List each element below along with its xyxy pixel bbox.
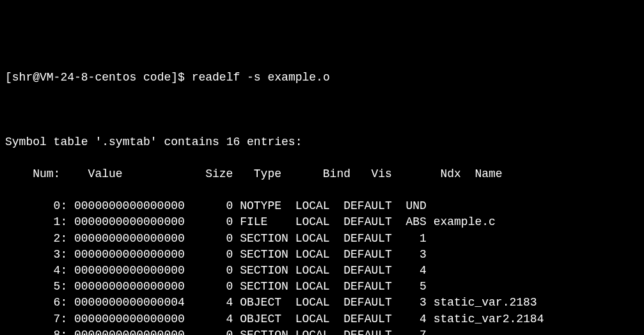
prompt-line: [shr@VM-24-8-centos code]$ readelf -s ex… (5, 70, 639, 86)
cell-value: 0000000000000004 (74, 295, 192, 311)
cell-value: 0000000000000000 (74, 263, 192, 279)
cell-value: 0000000000000000 (74, 198, 192, 214)
cell-bind: LOCAL (295, 263, 344, 279)
cell-num: 4 (5, 263, 60, 279)
cell-size: 0 (192, 279, 233, 295)
cell-value: 0000000000000000 (74, 311, 192, 327)
cell-ndx: UND (399, 198, 427, 214)
cell-value: 0000000000000000 (74, 247, 192, 263)
cell-num: 3 (5, 247, 60, 263)
cell-num: 6 (5, 295, 60, 311)
cell-size: 0 (192, 231, 233, 247)
shell-prompt: [shr@VM-24-8-centos code]$ (5, 70, 192, 86)
cell-value: 0000000000000000 (74, 214, 192, 230)
cell-num: 2 (5, 231, 60, 247)
cell-name: example.c (434, 214, 496, 230)
cell-bind: LOCAL (295, 247, 344, 263)
hdr-bind: Bind (323, 166, 372, 182)
cell-value: 0000000000000000 (74, 231, 192, 247)
hdr-name: Name (475, 166, 502, 182)
cell-vis: DEFAULT (343, 263, 398, 279)
table-row: 0: 00000000000000000 NOTYPELOCALDEFAULTU… (5, 198, 639, 214)
cell-size: 4 (192, 311, 233, 327)
cell-type: SECTION (240, 231, 295, 247)
cell-type: SECTION (240, 247, 295, 263)
table-row: 2: 00000000000000000 SECTIONLOCALDEFAULT… (5, 231, 639, 247)
table-row: 5: 00000000000000000 SECTIONLOCALDEFAULT… (5, 279, 639, 295)
hdr-num: Num: (5, 166, 60, 182)
cell-ndx: 1 (399, 231, 427, 247)
cell-vis: DEFAULT (343, 231, 398, 247)
cell-vis: DEFAULT (343, 311, 398, 327)
cell-bind: LOCAL (295, 231, 344, 247)
cell-type: OBJECT (240, 311, 295, 327)
table-row: 4: 00000000000000000 SECTIONLOCALDEFAULT… (5, 263, 639, 279)
cell-name: static_var.2183 (434, 295, 537, 311)
cell-bind: LOCAL (295, 214, 344, 230)
cell-num: 1 (5, 214, 60, 230)
cell-bind: LOCAL (295, 279, 344, 295)
hdr-value: Value (88, 166, 206, 182)
cell-value: 0000000000000000 (74, 279, 192, 295)
hdr-vis: Vis (371, 166, 426, 182)
cell-bind: LOCAL (295, 198, 344, 214)
cell-vis: DEFAULT (343, 279, 398, 295)
cell-type: SECTION (240, 263, 295, 279)
cell-ndx: 4 (399, 311, 427, 327)
cell-size: 0 (192, 327, 233, 335)
table-row: 3: 00000000000000000 SECTIONLOCALDEFAULT… (5, 247, 639, 263)
cell-type: SECTION (240, 279, 295, 295)
cell-type: OBJECT (240, 295, 295, 311)
cell-type: SECTION (240, 327, 295, 335)
cell-size: 0 (192, 263, 233, 279)
symbol-table-body: 0: 00000000000000000 NOTYPELOCALDEFAULTU… (5, 198, 639, 335)
cell-ndx: 3 (399, 247, 427, 263)
cell-ndx: 3 (399, 295, 427, 311)
header-row: Num: ValueSize Type BindVis Ndx Name (5, 166, 639, 182)
table-row: 6: 00000000000000044 OBJECTLOCALDEFAULT3… (5, 295, 639, 311)
cell-num: 8 (5, 327, 60, 335)
cell-size: 0 (192, 214, 233, 230)
cell-type: NOTYPE (240, 198, 295, 214)
cell-num: 0 (5, 198, 60, 214)
table-row: 1: 00000000000000000 FILELOCALDEFAULTABS… (5, 214, 639, 230)
summary-line: Symbol table '.symtab' contains 16 entri… (5, 134, 639, 150)
cell-bind: LOCAL (295, 295, 344, 311)
cell-bind: LOCAL (295, 311, 344, 327)
cell-name: static_var2.2184 (434, 311, 544, 327)
table-row: 8: 00000000000000000 SECTIONLOCALDEFAULT… (5, 327, 639, 335)
command-text: readelf -s example.o (192, 70, 330, 86)
hdr-ndx: Ndx (440, 166, 467, 182)
cell-vis: DEFAULT (343, 295, 398, 311)
cell-value: 0000000000000000 (74, 327, 192, 335)
cell-bind: LOCAL (295, 327, 344, 335)
cell-vis: DEFAULT (343, 247, 398, 263)
cell-ndx: 7 (399, 327, 427, 335)
cell-vis: DEFAULT (343, 214, 398, 230)
cell-ndx: 5 (399, 279, 427, 295)
cell-ndx: ABS (399, 214, 427, 230)
cell-num: 7 (5, 311, 60, 327)
cell-type: FILE (240, 214, 295, 230)
cell-vis: DEFAULT (343, 198, 398, 214)
cell-vis: DEFAULT (343, 327, 398, 335)
hdr-type: Type (254, 166, 309, 182)
cell-size: 4 (192, 295, 233, 311)
cell-num: 5 (5, 279, 60, 295)
table-row: 7: 00000000000000004 OBJECTLOCALDEFAULT4… (5, 311, 639, 327)
hdr-size: Size (205, 166, 247, 182)
cell-size: 0 (192, 247, 233, 263)
cell-ndx: 4 (399, 263, 427, 279)
cell-size: 0 (192, 198, 233, 214)
